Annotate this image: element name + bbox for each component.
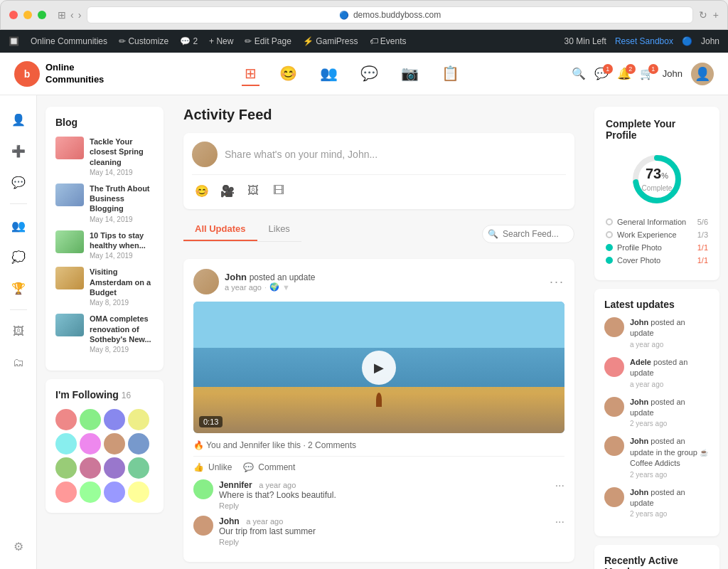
post-media-1[interactable]: ▶ 0:13 bbox=[193, 302, 564, 433]
following-avatar-11[interactable] bbox=[104, 457, 125, 479]
update-avatar-1[interactable] bbox=[604, 317, 624, 337]
blog-item-2[interactable]: The Truth About Business Blogging May 14… bbox=[55, 184, 154, 223]
comment-avatar-jennifer[interactable] bbox=[193, 479, 213, 499]
user-avatar[interactable]: 👤 bbox=[691, 63, 714, 85]
refresh-icon[interactable]: ↻ bbox=[699, 9, 707, 21]
sidebar-add-icon[interactable]: ➕ bbox=[6, 138, 31, 164]
following-avatar-2[interactable] bbox=[80, 409, 101, 430]
following-avatar-1[interactable] bbox=[55, 409, 77, 430]
sidebar-settings-icon[interactable]: ⚙ bbox=[6, 533, 31, 559]
nav-docs-icon[interactable]: 📋 bbox=[439, 62, 462, 86]
logo-area[interactable]: b OnlineCommunities bbox=[14, 61, 104, 87]
wp-username[interactable]: John bbox=[701, 36, 719, 46]
comment-more-1[interactable]: ··· bbox=[555, 479, 564, 492]
update-author-2[interactable]: Adele bbox=[630, 358, 651, 366]
address-bar[interactable]: 🔵 demos.buddyboss.com bbox=[87, 6, 692, 23]
update-avatar-4[interactable] bbox=[604, 436, 624, 456]
following-avatar-13[interactable] bbox=[55, 482, 77, 503]
update-author-5[interactable]: John bbox=[630, 488, 648, 496]
search-icon[interactable]: 🔍 bbox=[572, 67, 586, 80]
back-icon[interactable]: ‹ bbox=[70, 9, 74, 21]
nav-messages-icon[interactable]: 💬 bbox=[358, 62, 381, 86]
blog-item-4[interactable]: Visiting Amsterdam on a Budget May 8, 20… bbox=[55, 267, 154, 307]
compose-emoji-btn[interactable]: 😊 bbox=[192, 181, 212, 201]
messages-icon[interactable]: 💬 1 bbox=[594, 67, 609, 80]
update-author-1[interactable]: John bbox=[630, 318, 648, 326]
new-tab-icon[interactable]: + bbox=[713, 9, 719, 21]
wp-customize[interactable]: ✏ Customize bbox=[119, 36, 168, 46]
following-avatar-8[interactable] bbox=[128, 433, 149, 454]
profile-item-name-photo[interactable]: Profile Photo bbox=[617, 243, 662, 252]
update-avatar-5[interactable] bbox=[604, 487, 624, 507]
wp-logo[interactable]: 🔲 bbox=[9, 36, 19, 46]
compose-gif-btn[interactable]: 🎞 bbox=[269, 181, 289, 201]
blog-item-1[interactable]: Tackle Your closest Spring cleaning May … bbox=[55, 137, 154, 176]
reset-sandbox-button[interactable]: Reset Sandbox bbox=[615, 36, 673, 46]
compose-image-btn[interactable]: 🖼 bbox=[243, 181, 263, 201]
post-avatar-1[interactable] bbox=[193, 269, 219, 294]
nav-media-icon[interactable]: 📷 bbox=[398, 62, 422, 86]
following-avatar-16[interactable] bbox=[128, 482, 149, 503]
profile-item-name-work[interactable]: Work Experience bbox=[617, 230, 677, 239]
update-author-4[interactable]: John bbox=[630, 437, 648, 445]
wp-events[interactable]: 🏷 Events bbox=[370, 36, 407, 46]
following-avatar-4[interactable] bbox=[128, 409, 149, 430]
following-avatar-15[interactable] bbox=[104, 482, 125, 503]
maximize-dot[interactable] bbox=[38, 11, 46, 19]
notifications-icon[interactable]: 🔔 2 bbox=[617, 67, 631, 80]
tab-likes[interactable]: Likes bbox=[257, 218, 301, 241]
sidebar-toggle-icon[interactable]: ⊞ bbox=[58, 9, 66, 21]
blog-info-3: 10 Tips to stay healthy when... May 14, … bbox=[90, 230, 154, 260]
nav-profile-icon[interactable]: 😊 bbox=[277, 62, 300, 86]
forward-icon[interactable]: › bbox=[78, 9, 82, 21]
user-name-top[interactable]: John bbox=[663, 68, 682, 79]
blog-date-4: May 8, 2019 bbox=[90, 299, 154, 307]
wp-new[interactable]: + New bbox=[209, 36, 233, 46]
comment-more-2[interactable]: ··· bbox=[555, 516, 564, 528]
compose-video-btn[interactable]: 🎥 bbox=[218, 181, 237, 201]
following-avatar-12[interactable] bbox=[128, 457, 149, 479]
following-avatar-14[interactable] bbox=[80, 482, 101, 503]
post-author-1[interactable]: John posted an update bbox=[225, 272, 544, 282]
profile-item-name-general[interactable]: General Information bbox=[617, 218, 686, 226]
following-avatar-7[interactable] bbox=[104, 433, 125, 454]
sidebar-forums-icon[interactable]: 💭 bbox=[6, 244, 31, 270]
wp-gamipress[interactable]: ⚡ GamiPress bbox=[303, 36, 358, 46]
sidebar-achievements-icon[interactable]: 🏆 bbox=[6, 275, 31, 301]
comment-reply-1[interactable]: Reply bbox=[219, 501, 564, 510]
sidebar-media-icon[interactable]: 🖼 bbox=[6, 319, 31, 344]
blog-item-3[interactable]: 10 Tips to stay healthy when... May 14, … bbox=[55, 230, 154, 260]
update-avatar-2[interactable] bbox=[604, 357, 624, 377]
comment-author-1[interactable]: Jennifer bbox=[219, 480, 252, 490]
compose-input[interactable]: Share what's on your mind, John... bbox=[225, 149, 566, 160]
wp-comments[interactable]: 💬 2 bbox=[180, 36, 198, 46]
unlike-button[interactable]: 👍 Unlike bbox=[193, 462, 232, 472]
following-avatar-5[interactable] bbox=[55, 433, 77, 454]
comment-button[interactable]: 💬 Comment bbox=[243, 462, 295, 472]
update-author-3[interactable]: John bbox=[630, 398, 648, 406]
sidebar-groups-icon[interactable]: 👥 bbox=[6, 213, 31, 238]
sidebar-messages-icon[interactable]: 💬 bbox=[6, 169, 31, 195]
wp-site-name[interactable]: Online Communities bbox=[31, 36, 107, 46]
play-button[interactable]: ▶ bbox=[362, 351, 396, 385]
update-avatar-3[interactable] bbox=[604, 397, 624, 417]
sidebar-docs-icon[interactable]: 🗂 bbox=[6, 350, 31, 376]
tab-all-updates[interactable]: All Updates bbox=[183, 218, 257, 241]
profile-item-name-cover[interactable]: Cover Photo bbox=[617, 256, 660, 265]
wp-edit-page[interactable]: ✏ Edit Page bbox=[245, 36, 291, 46]
following-avatar-3[interactable] bbox=[104, 409, 125, 430]
nav-members-icon[interactable]: 👥 bbox=[317, 62, 341, 86]
blog-item-5[interactable]: OMA completes renovation of Sotheby's Ne… bbox=[55, 314, 154, 353]
following-avatar-9[interactable] bbox=[55, 457, 77, 479]
comment-reply-2[interactable]: Reply bbox=[219, 538, 564, 546]
comment-avatar-john[interactable] bbox=[193, 516, 213, 536]
sidebar-profile-icon[interactable]: 👤 bbox=[6, 107, 31, 132]
following-avatar-10[interactable] bbox=[80, 457, 101, 479]
minimize-dot[interactable] bbox=[23, 11, 32, 19]
comment-author-2[interactable]: John bbox=[219, 516, 240, 526]
post-more-1[interactable]: ··· bbox=[550, 275, 564, 289]
close-dot[interactable] bbox=[9, 11, 18, 19]
nav-home-icon[interactable]: ⊞ bbox=[242, 62, 259, 86]
following-avatar-6[interactable] bbox=[80, 433, 101, 454]
cart-icon[interactable]: 🛒 1 bbox=[640, 67, 654, 80]
